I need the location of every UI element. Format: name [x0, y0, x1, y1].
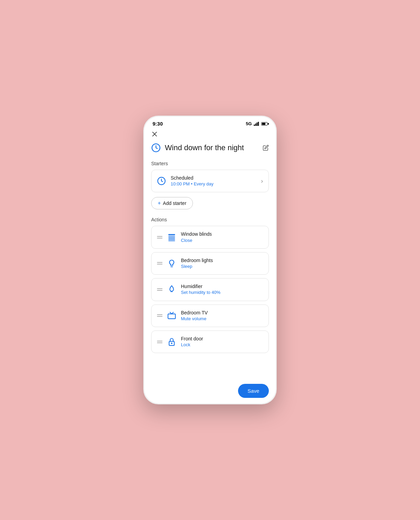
- status-time: 9:30: [153, 121, 163, 127]
- lock-icon: [167, 337, 176, 346]
- close-icon: [151, 131, 158, 138]
- chevron-right-icon: ›: [261, 178, 263, 185]
- bedroom-lights-text: Bedroom lights Sleep: [181, 257, 263, 270]
- page-header: Wind down for the night: [151, 143, 269, 153]
- humidifier-title: Humidifier: [181, 283, 263, 289]
- svg-rect-4: [168, 234, 175, 235]
- bedroom-tv-subtitle: Mute volume: [181, 316, 263, 322]
- actions-section: Actions Window blinds Cl: [151, 217, 269, 353]
- phone-screen: 9:30 5G: [144, 117, 276, 403]
- phone-frame: 9:30 5G: [143, 116, 277, 404]
- bedroom-lights-subtitle: Sleep: [181, 263, 263, 270]
- front-door-subtitle: Lock: [181, 342, 263, 348]
- status-icons: 5G: [246, 121, 267, 126]
- routine-clock-icon: [151, 143, 161, 153]
- humidifier-subtitle: Set humidity to 40%: [181, 289, 263, 296]
- blinds-icon: [167, 233, 176, 242]
- bedroom-tv-action-card[interactable]: Bedroom TV Mute volume: [151, 304, 269, 327]
- bedroom-tv-text: Bedroom TV Mute volume: [181, 310, 263, 322]
- svg-rect-6: [168, 237, 175, 238]
- scheduled-card-text: Scheduled 10:00 PM • Every day: [171, 175, 256, 187]
- battery-icon: [261, 122, 267, 126]
- scheduled-starter-card[interactable]: Scheduled 10:00 PM • Every day ›: [151, 170, 269, 192]
- scheduled-title: Scheduled: [171, 175, 256, 181]
- window-blinds-text: Window blinds Close: [181, 231, 263, 243]
- drag-handle-tv[interactable]: [157, 314, 162, 317]
- edit-icon[interactable]: [263, 145, 269, 151]
- status-bar: 9:30 5G: [144, 117, 276, 129]
- drag-handle-blinds[interactable]: [157, 235, 162, 239]
- starters-section-label: Starters: [151, 161, 269, 166]
- drag-handle-humidifier[interactable]: [157, 288, 162, 291]
- network-label: 5G: [246, 121, 252, 126]
- svg-rect-9: [168, 314, 175, 318]
- svg-rect-7: [168, 239, 175, 239]
- close-button[interactable]: [151, 129, 162, 143]
- scheduled-subtitle: 10:00 PM • Every day: [171, 181, 256, 187]
- bedroom-lights-action-card[interactable]: Bedroom lights Sleep: [151, 252, 269, 275]
- plus-icon: +: [158, 200, 161, 206]
- bedroom-tv-title: Bedroom TV: [181, 310, 263, 316]
- save-button[interactable]: Save: [238, 384, 269, 398]
- humidifier-action-card[interactable]: Humidifier Set humidity to 40%: [151, 278, 269, 301]
- svg-point-11: [171, 343, 172, 343]
- save-row: Save: [144, 381, 276, 403]
- drag-handle-lights[interactable]: [157, 261, 162, 265]
- svg-rect-5: [168, 236, 175, 236]
- tv-icon: [167, 311, 176, 320]
- humidifier-text: Humidifier Set humidity to 40%: [181, 283, 263, 296]
- front-door-title: Front door: [181, 336, 263, 342]
- signal-icon: [254, 122, 259, 126]
- drag-handle-door[interactable]: [157, 340, 162, 344]
- page-title: Wind down for the night: [165, 143, 259, 152]
- humidifier-icon: [167, 285, 176, 294]
- add-starter-button[interactable]: + Add starter: [151, 197, 193, 209]
- lightbulb-icon: [167, 259, 176, 268]
- main-content: Wind down for the night Starters Schedul…: [144, 129, 276, 381]
- window-blinds-subtitle: Close: [181, 237, 263, 244]
- window-blinds-action-card[interactable]: Window blinds Close: [151, 226, 269, 248]
- scheduled-clock-icon: [157, 177, 166, 185]
- actions-section-label: Actions: [151, 217, 269, 222]
- front-door-text: Front door Lock: [181, 336, 263, 348]
- bedroom-lights-title: Bedroom lights: [181, 257, 263, 263]
- window-blinds-title: Window blinds: [181, 231, 263, 237]
- add-starter-label: Add starter: [163, 200, 186, 206]
- svg-rect-8: [168, 240, 175, 241]
- front-door-action-card[interactable]: Front door Lock: [151, 330, 269, 353]
